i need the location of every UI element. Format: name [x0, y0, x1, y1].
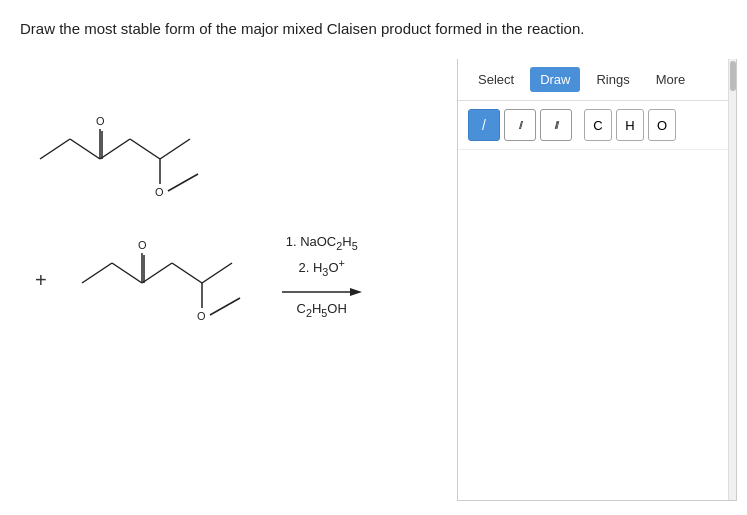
atom-buttons: C H O [584, 109, 676, 141]
oxygen-atom-btn[interactable]: O [648, 109, 676, 141]
svg-marker-23 [350, 288, 362, 296]
svg-text:O: O [155, 186, 164, 198]
single-bond-icon: / [482, 117, 486, 133]
svg-line-10 [168, 174, 198, 191]
toolbar: Select Draw Rings More [458, 59, 736, 101]
svg-text:O: O [96, 115, 105, 127]
molecule-top: O O [20, 79, 240, 203]
svg-line-12 [112, 263, 142, 283]
drawing-panel: Select Draw Rings More / // /// C H O [457, 59, 737, 501]
svg-line-4 [160, 139, 190, 159]
carbon-atom-btn[interactable]: C [584, 109, 612, 141]
main-area: O O + O [0, 59, 747, 501]
triple-bond-tool[interactable]: /// [540, 109, 572, 141]
rings-button[interactable]: Rings [586, 67, 639, 92]
svg-line-11 [82, 263, 112, 283]
select-button[interactable]: Select [468, 67, 524, 92]
svg-line-14 [172, 263, 202, 283]
svg-text:O: O [138, 239, 147, 251]
double-bond-tool[interactable]: // [504, 109, 536, 141]
svg-line-3 [130, 139, 160, 159]
reaction-arrow-row [282, 283, 362, 301]
more-button[interactable]: More [646, 67, 696, 92]
svg-text:O: O [197, 310, 206, 322]
svg-line-1 [70, 139, 100, 159]
hydrogen-atom-btn[interactable]: H [616, 109, 644, 141]
scrollbar-thumb [730, 61, 736, 91]
draw-button[interactable]: Draw [530, 67, 580, 92]
molecule-bottom: O O [62, 203, 262, 327]
svg-line-0 [40, 139, 70, 159]
molecule-row: + O O [30, 203, 372, 327]
reaction-conditions: 1. NaOC2H5 2. H3O+ [286, 232, 358, 281]
single-bond-tool[interactable]: / [468, 109, 500, 141]
plus-sign: + [35, 239, 47, 292]
chemistry-panel: O O + O [10, 59, 447, 327]
double-bond-icon: // [519, 119, 521, 131]
arrow-label: C2H5OH [297, 301, 347, 319]
svg-line-15 [202, 263, 232, 283]
svg-line-21 [210, 298, 240, 315]
svg-line-2 [100, 139, 130, 159]
draw-tools-row: / // /// C H O [458, 101, 736, 150]
reaction-block: 1. NaOC2H5 2. H3O+ C2H5OH [282, 212, 362, 319]
question-text: Draw the most stable form of the major m… [0, 0, 747, 49]
svg-line-13 [142, 263, 172, 283]
scrollbar-track[interactable] [728, 59, 736, 500]
drawing-canvas[interactable] [458, 150, 736, 500]
triple-bond-icon: /// [555, 120, 557, 131]
